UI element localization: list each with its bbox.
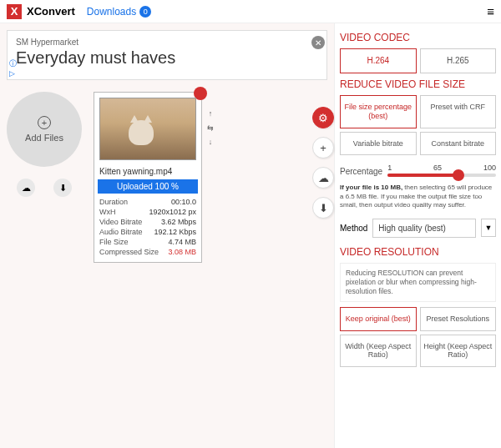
reduce-percentage[interactable]: File size percentage (best) (340, 95, 417, 128)
downloads-badge: 0 (139, 6, 151, 18)
percentage-label: Percentage (340, 167, 382, 176)
res-width[interactable]: Width (Keep Aspect Ratio) (340, 335, 417, 368)
plus-icon: + (38, 116, 51, 129)
upload-status: Uploaded 100 % (98, 179, 198, 194)
percentage-slider[interactable]: 1 65 100 (387, 164, 496, 179)
add-icon[interactable]: + (312, 137, 334, 159)
video-thumbnail (99, 98, 196, 160)
settings-panel: VIDEO CODEC H.264 H.265 REDUCE VIDEO FIL… (334, 23, 501, 448)
chevron-down-icon[interactable]: ▼ (481, 219, 496, 237)
resolution-title: VIDEO RESOLUTION (340, 246, 496, 258)
logo-icon: X (7, 4, 22, 19)
method-label: Method (340, 224, 367, 233)
dropbox-upload-icon[interactable]: ⬇ (312, 197, 334, 219)
reduce-crf[interactable]: Preset with CRF (420, 95, 497, 128)
dropbox-icon[interactable]: ⬇ (53, 179, 72, 197)
ad-info-icon[interactable]: ⓘ▷ (9, 58, 17, 78)
codec-title: VIDEO CODEC (340, 32, 496, 43)
cloud-upload-icon[interactable]: ☁ (312, 167, 334, 189)
reduce-cbr[interactable]: Constant bitrate (420, 132, 497, 156)
percentage-hint: If your file is 10 MB, then selecting 65… (340, 184, 496, 209)
file-card: ↑ ⇆ ↓ Kitten yawning.mp4 Uploaded 100 % … (94, 92, 202, 263)
method-select[interactable]: High quality (best) (372, 219, 476, 238)
ad-title: Everyday must haves (16, 48, 318, 68)
settings-icon[interactable]: ⇆ (205, 123, 216, 135)
menu-icon[interactable]: ≡ (487, 4, 494, 18)
res-height[interactable]: Height (Keep Aspect Ratio) (420, 335, 497, 368)
reduce-vbr[interactable]: Variable bitrate (340, 132, 417, 156)
downloads-label: Downloads (87, 6, 136, 18)
res-preset[interactable]: Preset Resolutions (420, 307, 497, 331)
ad-subtitle: SM Hypermarket (16, 38, 318, 47)
add-files-label: Add Files (25, 133, 63, 143)
codec-h265[interactable]: H.265 (420, 48, 497, 73)
top-bar: X XConvert Downloads 0 ≡ (0, 0, 501, 23)
brand-name: XConvert (27, 5, 75, 18)
left-pane: SM Hypermarket Everyday must haves ✕ ⓘ▷ … (0, 23, 334, 448)
close-icon[interactable]: ✕ (311, 36, 325, 49)
file-meta: Duration00:10.0 WxH1920x1012 px Video Bi… (94, 195, 201, 262)
ad-banner[interactable]: SM Hypermarket Everyday must haves ✕ ⓘ▷ (7, 30, 327, 80)
move-up-icon[interactable]: ↑ (205, 109, 216, 121)
reduce-title: REDUCE VIDEO FILE SIZE (340, 78, 496, 90)
move-down-icon[interactable]: ↓ (205, 138, 216, 149)
downloads-link[interactable]: Downloads 0 (87, 6, 151, 18)
cloud-icon[interactable]: ☁ (17, 179, 35, 197)
file-name: Kitten yawning.mp4 (94, 165, 201, 178)
res-keep-original[interactable]: Keep original (best) (340, 307, 417, 331)
codec-h264[interactable]: H.264 (340, 48, 417, 73)
resolution-note: Reducing RESOLUTION can prevent pixelati… (340, 263, 496, 302)
add-files-button[interactable]: + Add Files (7, 92, 82, 167)
gear-icon[interactable]: ⚙ (312, 107, 334, 128)
